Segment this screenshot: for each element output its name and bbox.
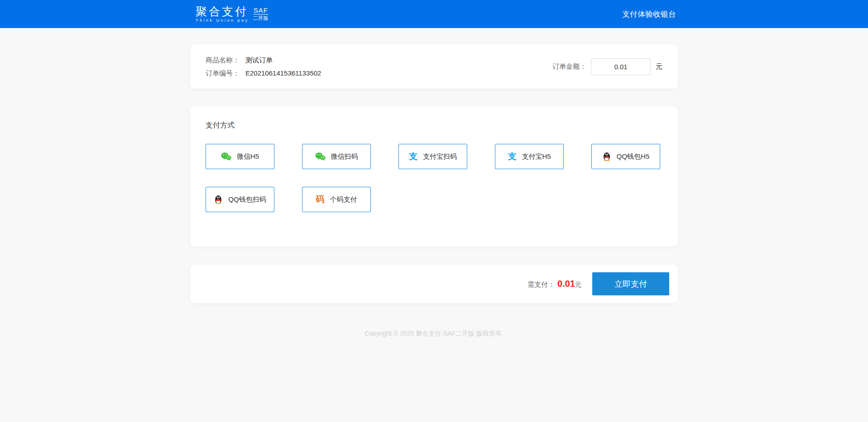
order-product-row: 商品名称：测试订单: [206, 53, 321, 66]
pay-method-button[interactable]: QQ钱包H5: [591, 144, 660, 169]
order-amount-group: 订单金额： 元: [552, 58, 662, 75]
code-icon: 码: [316, 195, 325, 204]
pay-method-label: 个码支付: [330, 195, 357, 204]
pay-method-button[interactable]: 码 个码支付: [302, 187, 371, 212]
logo-version-badge: SAF 二开版: [253, 7, 269, 21]
logo-subtitle: Think Union pay: [196, 18, 249, 23]
order-info-card: 商品名称：测试订单 订单编号：E2021061415361133502 订单金额…: [190, 44, 678, 89]
footer: Copyright © 2020 聚合支付-SAF二开版 版权所有.: [190, 329, 678, 415]
order-amount-label: 订单金额：: [552, 62, 586, 71]
qq-icon: [602, 152, 611, 161]
alipay-icon: 支: [508, 152, 516, 161]
amount-due: 需支付： 0.01 元: [528, 279, 581, 289]
page-title: 支付体验收银台: [622, 9, 678, 19]
payment-methods-card: 支付方式 微信H5 微信扫码 支 支付宝扫码 支 支付宝H5 QQ钱包H5 QQ…: [190, 106, 678, 247]
payment-methods-title: 支付方式: [206, 121, 662, 130]
logo-badge-bottom: 二开版: [253, 14, 269, 21]
pay-method-label: 微信H5: [237, 152, 259, 161]
order-number-value: E2021061415361133502: [245, 69, 321, 77]
order-amount-unit: 元: [656, 62, 662, 71]
copyright-text: Copyright © 2020 聚合支付-SAF二开版 版权所有.: [364, 330, 504, 337]
pay-method-label: QQ钱包H5: [617, 152, 650, 161]
pay-now-button[interactable]: 立即支付: [592, 272, 669, 295]
alipay-icon: 支: [409, 152, 417, 161]
payment-methods: 微信H5 微信扫码 支 支付宝扫码 支 支付宝H5 QQ钱包H5 QQ钱包扫码 …: [206, 144, 662, 212]
pay-method-label: 支付宝H5: [522, 152, 551, 161]
pay-method-button[interactable]: 支 支付宝H5: [495, 144, 564, 169]
header: 聚合支付 Think Union pay SAF 二开版 支付体验收银台: [0, 0, 868, 28]
pay-method-label: QQ钱包扫码: [228, 195, 266, 204]
product-name-label: 商品名称：: [206, 56, 240, 64]
logo-title: 聚合支付: [196, 5, 249, 17]
order-number-label: 订单编号：: [206, 69, 240, 77]
order-amount-input[interactable]: [591, 58, 651, 75]
pay-bar-card: 需支付： 0.01 元 立即支付: [190, 265, 678, 303]
wechat-icon: [315, 152, 326, 161]
amount-due-value: 0.01: [557, 279, 575, 289]
product-name-value: 测试订单: [245, 56, 273, 64]
logo: 聚合支付 Think Union pay SAF 二开版: [190, 5, 269, 23]
order-details: 商品名称：测试订单 订单编号：E2021061415361133502: [206, 53, 321, 80]
amount-due-unit: 元: [575, 281, 581, 289]
logo-badge-top: SAF: [253, 7, 269, 14]
pay-method-button[interactable]: 微信H5: [206, 144, 274, 169]
pay-method-label: 支付宝扫码: [423, 152, 457, 161]
order-number-row: 订单编号：E2021061415361133502: [206, 66, 321, 80]
pay-method-label: 微信扫码: [331, 152, 358, 161]
amount-due-label: 需支付：: [528, 280, 555, 289]
logo-wordmark: 聚合支付 Think Union pay: [196, 5, 249, 23]
pay-method-button[interactable]: QQ钱包扫码: [206, 187, 274, 212]
pay-method-button[interactable]: 微信扫码: [302, 144, 371, 169]
wechat-icon: [221, 152, 231, 161]
pay-method-button[interactable]: 支 支付宝扫码: [398, 144, 467, 169]
qq-icon: [214, 195, 223, 204]
